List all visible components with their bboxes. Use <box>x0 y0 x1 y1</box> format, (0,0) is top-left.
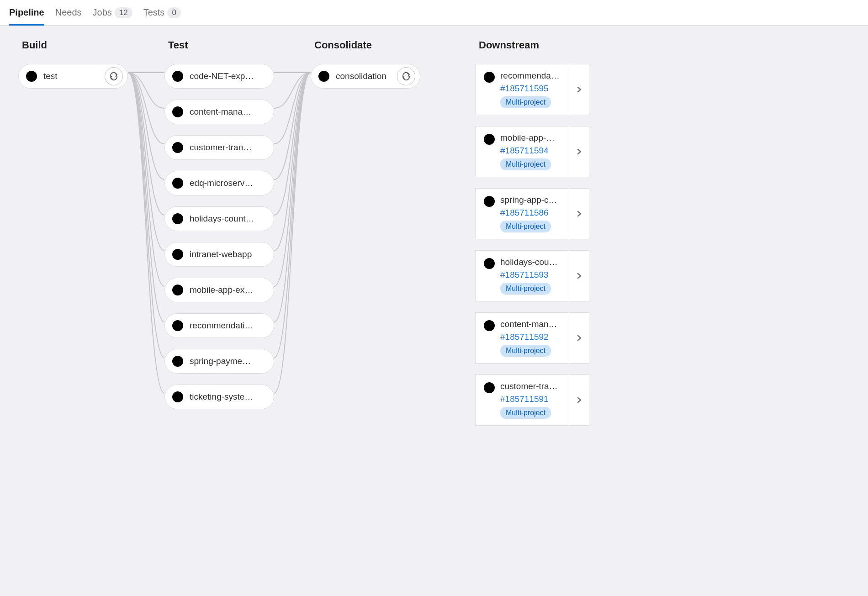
success-status-icon <box>483 381 496 394</box>
expand-button[interactable] <box>569 312 589 364</box>
downstream-name: content-man… <box>500 319 557 329</box>
expand-button[interactable] <box>569 126 589 177</box>
downstream-pipeline-id[interactable]: #185711593 <box>500 270 558 280</box>
downstream-main[interactable]: spring-app-c… #185711586 Multi-project <box>475 188 569 239</box>
success-status-icon <box>171 390 184 403</box>
downstream-card: mobile-app-… #185711594 Multi-project <box>475 126 589 177</box>
job-pill[interactable]: consolidation <box>311 64 420 89</box>
downstream-name: mobile-app-… <box>500 133 555 143</box>
expand-button[interactable] <box>569 374 589 426</box>
build-jobs-list: test <box>18 64 128 89</box>
job-pill[interactable]: holidays-count… <box>164 206 274 231</box>
downstream-pipeline-id[interactable]: #185711595 <box>500 84 560 94</box>
multi-project-badge: Multi-project <box>500 407 551 419</box>
chevron-right-icon <box>575 210 583 218</box>
success-status-icon <box>25 70 38 83</box>
failed-status-icon <box>171 105 184 118</box>
job-name: content-mana… <box>190 107 269 117</box>
success-status-icon <box>171 141 184 154</box>
success-status-icon <box>171 212 184 225</box>
job-pill[interactable]: content-mana… <box>164 100 274 124</box>
stage-test: Test code-NET-exp…content-mana…customer-… <box>164 39 274 578</box>
success-status-icon <box>318 70 330 83</box>
stage-build: Build test <box>18 39 128 578</box>
job-name: ticketing-syste… <box>190 392 269 402</box>
job-pill[interactable]: spring-payme… <box>164 349 274 374</box>
job-pill[interactable]: ticketing-syste… <box>164 385 274 409</box>
downstream-main[interactable]: recommenda… #185711595 Multi-project <box>475 64 569 115</box>
job-name: holidays-count… <box>190 214 269 224</box>
retry-button[interactable] <box>105 67 123 85</box>
job-pill[interactable]: mobile-app-ex… <box>164 278 274 302</box>
multi-project-badge: Multi-project <box>500 283 551 295</box>
failed-status-icon <box>171 177 184 190</box>
downstream-main[interactable]: content-man… #185711592 Multi-project <box>475 312 569 364</box>
downstream-name: customer-tra… <box>500 381 558 391</box>
expand-button[interactable] <box>569 188 589 239</box>
chevron-right-icon <box>575 396 583 404</box>
downstream-main[interactable]: mobile-app-… #185711594 Multi-project <box>475 126 569 177</box>
jobs-count-badge: 12 <box>115 7 132 18</box>
downstream-pipeline-id[interactable]: #185711591 <box>500 394 558 404</box>
stage-title-downstream: Downstream <box>475 39 589 51</box>
success-status-icon <box>171 248 184 261</box>
job-name: customer-tran… <box>190 142 269 153</box>
multi-project-badge: Multi-project <box>500 221 551 232</box>
downstream-pipeline-id[interactable]: #185711592 <box>500 332 557 342</box>
stage-consolidate: Consolidate consolidation <box>311 39 420 578</box>
stage-downstream: Downstream recommenda… #185711595 Multi-… <box>475 39 589 578</box>
downstream-card: customer-tra… #185711591 Multi-project <box>475 374 589 426</box>
tab-jobs[interactable]: Jobs 12 <box>93 0 132 26</box>
success-status-icon <box>483 257 496 270</box>
tab-pipeline[interactable]: Pipeline <box>9 0 44 25</box>
job-pill[interactable]: intranet-webapp <box>164 242 274 267</box>
downstream-name: spring-app-c… <box>500 195 557 205</box>
chevron-right-icon <box>575 85 583 94</box>
job-pill[interactable]: recommendati… <box>164 313 274 338</box>
stage-title-build: Build <box>18 39 128 51</box>
job-pill[interactable]: code-NET-exp… <box>164 64 274 89</box>
tab-tests[interactable]: Tests 0 <box>143 0 181 26</box>
job-pill[interactable]: test <box>18 64 128 89</box>
downstream-main[interactable]: holidays-cou… #185711593 Multi-project <box>475 250 569 301</box>
multi-project-badge: Multi-project <box>500 96 551 108</box>
tests-count-badge: 0 <box>167 7 180 18</box>
job-name: code-NET-exp… <box>190 71 269 81</box>
chevron-right-icon <box>575 272 583 280</box>
job-name: edq-microserv… <box>190 178 269 188</box>
downstream-card: recommenda… #185711595 Multi-project <box>475 64 589 115</box>
job-name: intranet-webapp <box>190 249 269 259</box>
job-name: spring-payme… <box>190 356 269 366</box>
stage-title-consolidate: Consolidate <box>311 39 420 51</box>
downstream-name: recommenda… <box>500 71 560 81</box>
expand-button[interactable] <box>569 64 589 115</box>
downstream-list: recommenda… #185711595 Multi-project mob… <box>475 64 589 426</box>
expand-button[interactable] <box>569 250 589 301</box>
failed-status-icon <box>483 319 496 332</box>
test-jobs-list: code-NET-exp…content-mana…customer-tran…… <box>164 64 274 409</box>
retry-icon <box>402 72 411 81</box>
stage-title-test: Test <box>164 39 274 51</box>
job-name: recommendati… <box>190 321 269 331</box>
job-pill[interactable]: customer-tran… <box>164 135 274 160</box>
downstream-pipeline-id[interactable]: #185711594 <box>500 146 555 156</box>
downstream-pipeline-id[interactable]: #185711586 <box>500 208 557 218</box>
downstream-main[interactable]: customer-tra… #185711591 Multi-project <box>475 374 569 426</box>
success-status-icon <box>171 284 184 296</box>
chevron-right-icon <box>575 148 583 156</box>
tab-jobs-label: Jobs <box>93 7 112 18</box>
chevron-right-icon <box>575 334 583 342</box>
downstream-card: holidays-cou… #185711593 Multi-project <box>475 250 589 301</box>
tab-needs[interactable]: Needs <box>55 0 82 25</box>
multi-project-badge: Multi-project <box>500 345 551 357</box>
multi-project-badge: Multi-project <box>500 158 551 170</box>
downstream-card: content-man… #185711592 Multi-project <box>475 312 589 364</box>
success-status-icon <box>483 195 496 208</box>
job-name: consolidation <box>336 71 392 81</box>
success-status-icon <box>171 355 184 368</box>
consolidate-jobs-list: consolidation <box>311 64 420 89</box>
job-pill[interactable]: edq-microserv… <box>164 171 274 195</box>
retry-button[interactable] <box>397 67 415 85</box>
downstream-name: holidays-cou… <box>500 257 558 267</box>
retry-icon <box>109 72 118 81</box>
